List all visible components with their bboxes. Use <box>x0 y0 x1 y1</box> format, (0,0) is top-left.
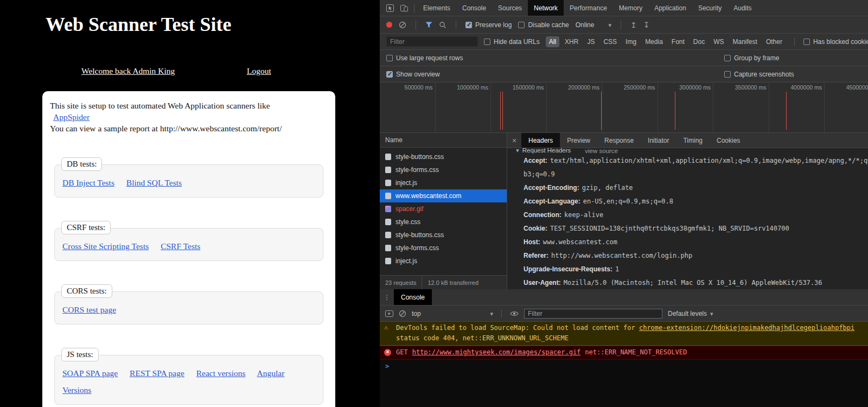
search-icon[interactable] <box>439 21 446 29</box>
csrf-tests-link[interactable]: CSRF Tests <box>161 241 200 251</box>
network-main-area: Name style-buttons.css style-forms.css i… <box>380 133 868 289</box>
group-by-frame-checkbox[interactable]: Group by frame <box>724 54 779 62</box>
import-har-icon[interactable] <box>630 21 637 29</box>
request-row[interactable]: style-buttons.css <box>380 150 507 163</box>
checkbox-checked-icon <box>465 22 472 28</box>
view-source-link[interactable]: view source <box>585 148 618 154</box>
close-details-icon[interactable] <box>507 136 521 145</box>
tab-sources[interactable]: Sources <box>492 0 528 16</box>
header-line: User-AgentMozilla/5.0 (Macintosh; Intel … <box>516 276 868 289</box>
name-column-header[interactable]: Name <box>380 133 507 148</box>
tab-headers[interactable]: Headers <box>521 133 560 148</box>
filter-pill-other[interactable]: Other <box>763 36 786 47</box>
tab-timing[interactable]: Timing <box>676 133 710 148</box>
document-icon <box>385 167 391 173</box>
filter-pill-font[interactable]: Font <box>668 36 688 47</box>
network-options-row-2: Show overview Capture screenshots <box>380 66 868 82</box>
cors-test-page-link[interactable]: CORS test page <box>62 305 116 314</box>
tab-elements[interactable]: Elements <box>417 0 456 16</box>
request-row[interactable]: style-forms.css <box>380 241 507 255</box>
clear-console-icon[interactable] <box>399 310 406 317</box>
sourcemap-extension-link[interactable]: chrome-extension://hdokiejnpimakedhajhdl… <box>639 324 854 332</box>
tab-performance[interactable]: Performance <box>564 0 613 16</box>
filter-icon[interactable] <box>425 22 432 28</box>
request-list-panel: Name style-buttons.css style-forms.css i… <box>380 133 507 289</box>
filter-input[interactable] <box>386 36 478 47</box>
filter-pill-all[interactable]: All <box>546 36 559 47</box>
tab-initiator[interactable]: Initiator <box>641 133 676 148</box>
chevron-down-icon <box>490 310 493 317</box>
tab-console[interactable]: Console <box>456 0 492 16</box>
request-row[interactable]: inject.js <box>380 255 507 268</box>
inspect-icon[interactable] <box>383 0 397 16</box>
request-row[interactable]: style.css <box>380 215 507 228</box>
group-by-frame-label: Group by frame <box>734 54 779 62</box>
tab-network[interactable]: Network <box>528 0 564 16</box>
disable-cache-checkbox[interactable]: Disable cache <box>518 21 569 29</box>
capture-screenshots-label: Capture screenshots <box>734 71 794 78</box>
soap-spa-link[interactable]: SOAP SPA page <box>62 368 118 378</box>
clear-icon[interactable] <box>399 21 406 29</box>
use-large-rows-checkbox[interactable]: Use large request rows <box>386 54 463 62</box>
throttling-select[interactable]: Online <box>576 21 611 29</box>
tab-response[interactable]: Response <box>597 133 641 148</box>
request-row-selected[interactable]: www.webscantest.com <box>380 189 507 202</box>
hide-data-urls-checkbox[interactable]: Hide data URLs <box>484 38 540 46</box>
console-prompt[interactable] <box>380 360 868 370</box>
error-text: GEThttp://www.mightyseek.com/images/spac… <box>396 347 687 358</box>
tab-cookies[interactable]: Cookies <box>710 133 747 148</box>
welcome-link[interactable]: Welcome back Admin King <box>81 66 175 76</box>
tab-audits[interactable]: Audits <box>727 0 757 16</box>
header-value: TEST_SESSIONID=138cjnthq0trtcbkqs38gmfmk… <box>550 225 789 232</box>
has-blocked-cookies-checkbox[interactable]: Has blocked cookies <box>803 38 868 46</box>
eye-icon[interactable] <box>510 310 519 317</box>
use-large-rows-label: Use large request rows <box>396 54 463 62</box>
tab-console-drawer[interactable]: Console <box>394 289 432 305</box>
filter-pill-media[interactable]: Media <box>642 36 666 47</box>
header-value: gzip, deflate <box>582 184 633 192</box>
tab-memory[interactable]: Memory <box>613 0 648 16</box>
headers-pane: Request Headers view source Accepttext/h… <box>507 148 868 289</box>
execution-context-select[interactable]: top <box>412 310 493 317</box>
chevron-down-icon <box>710 310 713 317</box>
record-button[interactable] <box>386 22 392 28</box>
filter-pill-manifest[interactable]: Manifest <box>730 36 761 47</box>
tab-preview[interactable]: Preview <box>560 133 597 148</box>
preserve-log-checkbox[interactable]: Preserve log <box>465 21 512 29</box>
appspider-link[interactable]: AppSpider <box>53 112 90 122</box>
logout-link[interactable]: Logout <box>247 66 271 76</box>
console-filter-input[interactable] <box>524 309 662 319</box>
kebab-menu-icon[interactable] <box>380 293 394 301</box>
request-row[interactable]: inject.js <box>380 176 507 189</box>
failed-resource-link[interactable]: http://www.mightyseek.com/images/spacer.… <box>412 348 581 356</box>
filter-pill-js[interactable]: JS <box>584 36 598 47</box>
show-overview-checkbox[interactable]: Show overview <box>386 71 440 78</box>
filter-pill-img[interactable]: Img <box>622 36 640 47</box>
content-card: This site is setup to test automated Web… <box>42 91 335 407</box>
react-versions-link[interactable]: React versions <box>196 368 246 378</box>
log-levels-select[interactable]: Default levels <box>668 310 713 317</box>
blind-sql-tests-link[interactable]: Blind SQL Tests <box>126 178 182 187</box>
request-row-failed[interactable]: spacer.gif <box>380 202 507 215</box>
request-row[interactable]: style-forms.css <box>380 163 507 176</box>
error-icon <box>384 347 396 358</box>
xss-tests-link[interactable]: Cross Site Scripting Tests <box>62 241 149 251</box>
timeline-label: 3000000 ms <box>658 82 714 132</box>
device-toolbar-icon[interactable] <box>397 0 411 16</box>
request-row[interactable]: style-buttons.css <box>380 228 507 241</box>
tab-security[interactable]: Security <box>692 0 727 16</box>
db-inject-tests-link[interactable]: DB Inject Tests <box>62 178 114 187</box>
intro-text-1: This site is setup to test automated Web… <box>50 100 328 111</box>
tab-application[interactable]: Application <box>648 0 692 16</box>
filter-pill-ws[interactable]: WS <box>710 36 727 47</box>
filter-pill-css[interactable]: CSS <box>600 36 620 47</box>
section-header[interactable]: Request Headers <box>516 148 571 154</box>
filter-pill-xhr[interactable]: XHR <box>561 36 582 47</box>
rest-spa-link[interactable]: REST SPA page <box>130 368 184 378</box>
export-har-icon[interactable] <box>643 21 650 29</box>
console-sidebar-icon[interactable] <box>385 310 393 317</box>
checkbox-icon <box>484 39 490 45</box>
filter-pill-doc[interactable]: Doc <box>690 36 708 47</box>
capture-screenshots-checkbox[interactable]: Capture screenshots <box>724 71 794 78</box>
network-overview-timeline[interactable]: 500000 ms 1000000 ms 1500000 ms 2000000 … <box>380 82 868 133</box>
